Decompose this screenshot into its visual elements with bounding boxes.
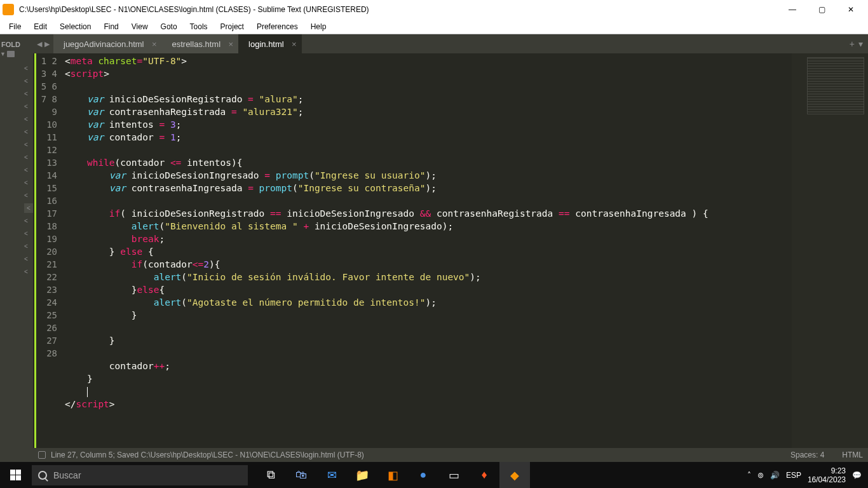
menu-bar: File Edit Selection Find View Goto Tools… bbox=[0, 19, 868, 34]
tab-menu-icon[interactable]: ▾ bbox=[858, 39, 863, 49]
zoom-icon[interactable]: ● bbox=[408, 462, 438, 488]
minimize-button[interactable]: — bbox=[778, 0, 807, 19]
close-icon[interactable]: × bbox=[152, 39, 157, 49]
window-title: C:\Users\hp\Desktop\LSEC - N1\ONE\CLASES… bbox=[19, 5, 778, 14]
tray-clock[interactable]: 9:23 16/04/2023 bbox=[808, 466, 846, 484]
code-area[interactable]: <meta charset="UTF-8"> <script> var inic… bbox=[65, 53, 792, 448]
status-bar: Line 27, Column 5; Saved C:\Users\hp\Des… bbox=[33, 448, 868, 462]
tab-label: estrellas.html bbox=[172, 39, 220, 49]
notepad-icon[interactable]: ▭ bbox=[438, 462, 469, 488]
window-titlebar: C:\Users\hp\Desktop\LSEC - N1\ONE\CLASES… bbox=[0, 0, 868, 19]
windows-logo-icon bbox=[10, 470, 21, 480]
task-view-icon[interactable]: ⧉ bbox=[255, 462, 286, 488]
close-button[interactable]: ✕ bbox=[836, 0, 865, 19]
close-icon[interactable]: × bbox=[292, 39, 297, 49]
mail-icon[interactable]: ✉ bbox=[316, 462, 347, 488]
tab-nav-forward-icon[interactable]: ▶ bbox=[44, 40, 50, 48]
menu-selection[interactable]: Selection bbox=[53, 21, 97, 32]
tray-wifi-icon[interactable]: ⊚ bbox=[757, 471, 764, 480]
menu-file[interactable]: File bbox=[3, 21, 27, 32]
new-tab-icon[interactable]: + bbox=[850, 39, 855, 49]
code-editor[interactable]: 1 2 3 4 5 6 7 8 9 10 11 12 13 14 15 16 1… bbox=[33, 53, 868, 448]
tray-volume-icon[interactable]: 🔊 bbox=[770, 471, 780, 480]
search-icon bbox=[38, 471, 47, 480]
menu-help[interactable]: Help bbox=[304, 21, 333, 32]
menu-find[interactable]: Find bbox=[97, 21, 125, 32]
tab-juegoadivinacion[interactable]: juegoAdivinacion.html × bbox=[53, 34, 161, 53]
tab-login[interactable]: login.html × bbox=[238, 34, 302, 53]
taskbar-search[interactable]: Buscar bbox=[32, 465, 248, 485]
close-icon[interactable]: × bbox=[228, 39, 233, 49]
menu-goto[interactable]: Goto bbox=[154, 21, 184, 32]
sidebar-folder-item[interactable]: ▼ bbox=[0, 51, 33, 57]
sublime-icon[interactable]: ◆ bbox=[499, 462, 530, 488]
menu-edit[interactable]: Edit bbox=[27, 21, 53, 32]
tab-label: login.html bbox=[248, 39, 284, 49]
sidebar-folders-label: FOLD bbox=[0, 38, 33, 51]
search-placeholder: Buscar bbox=[53, 470, 81, 480]
status-language[interactable]: HTML bbox=[842, 451, 863, 459]
gutter-line-numbers: 1 2 3 4 5 6 7 8 9 10 11 12 13 14 15 16 1… bbox=[34, 53, 65, 448]
tray-language[interactable]: ESP bbox=[786, 471, 801, 480]
brave-icon[interactable]: ♦ bbox=[469, 462, 499, 488]
menu-view[interactable]: View bbox=[125, 21, 154, 32]
start-button[interactable] bbox=[0, 462, 31, 488]
maximize-button[interactable]: ▢ bbox=[807, 0, 836, 19]
panel-switcher-icon[interactable] bbox=[38, 451, 46, 459]
app-icon bbox=[3, 4, 14, 15]
menu-preferences[interactable]: Preferences bbox=[250, 21, 304, 32]
xampp-icon[interactable]: ◧ bbox=[377, 462, 408, 488]
sidebar-file-marks: <<<<<<<<<<<<<<<<< bbox=[24, 64, 33, 276]
store-icon[interactable]: 🛍 bbox=[286, 462, 316, 488]
tab-nav-back-icon[interactable]: ◀ bbox=[37, 40, 42, 48]
tab-label: juegoAdivinacion.html bbox=[64, 39, 144, 49]
minimap[interactable] bbox=[792, 53, 868, 448]
file-explorer-icon[interactable]: 📁 bbox=[347, 462, 377, 488]
folder-sidebar[interactable]: FOLD ▼ <<<<<<<<<<<<<<<<< bbox=[0, 34, 33, 462]
folder-icon bbox=[7, 51, 15, 57]
tab-estrellas[interactable]: estrellas.html × bbox=[161, 34, 238, 53]
minimap-viewport[interactable] bbox=[807, 57, 864, 114]
tab-bar: ◀ ▶ juegoAdivinacion.html × estrellas.ht… bbox=[33, 34, 868, 53]
status-text: Line 27, Column 5; Saved C:\Users\hp\Des… bbox=[51, 451, 364, 459]
tray-chevron-up-icon[interactable]: ˄ bbox=[747, 471, 751, 480]
windows-taskbar: Buscar ⧉ 🛍 ✉ 📁 ◧ ● ▭ ♦ ◆ ˄ ⊚ 🔊 ESP 9:23 … bbox=[0, 462, 868, 488]
tray-notifications-icon[interactable]: 💬 bbox=[852, 471, 862, 480]
menu-project[interactable]: Project bbox=[214, 21, 250, 32]
menu-tools[interactable]: Tools bbox=[184, 21, 214, 32]
status-spaces[interactable]: Spaces: 4 bbox=[790, 451, 824, 459]
